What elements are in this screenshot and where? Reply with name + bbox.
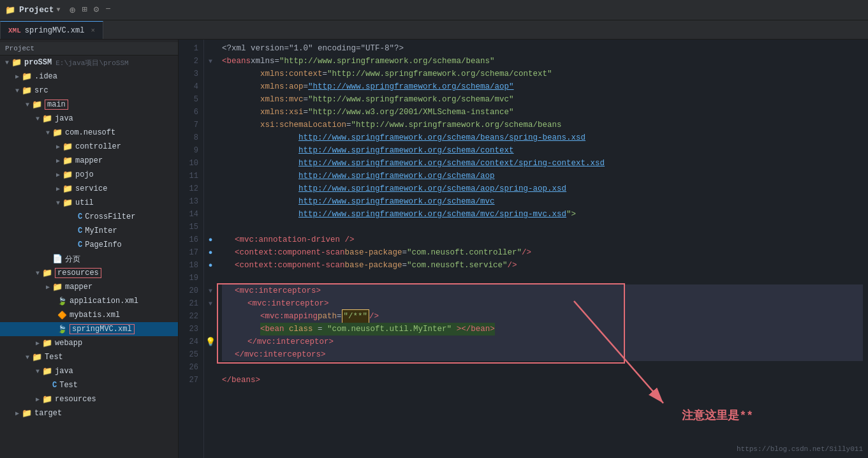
tree-item-test-class[interactable]: C Test (0, 378, 178, 392)
code-line-5: xmlns:mvc = "http://www.springframework.… (222, 93, 863, 106)
main-content: Project 📁 proSSM E:\java项目\proSSM 📁 .ide… (0, 40, 868, 458)
tab-xml-icon: XML (8, 27, 21, 34)
tree-item-crossfilter[interactable]: C CrossFilter (0, 210, 178, 224)
tree-item-target[interactable]: 📁 target (0, 406, 178, 420)
tree-item-util[interactable]: 📁 util (0, 196, 178, 210)
tree-item-test-java[interactable]: 📁 java (0, 364, 178, 378)
label-test-resources: resources (55, 395, 96, 404)
folder-icon-mapper: 📁 (63, 156, 73, 166)
folder-icon-idea: 📁 (22, 71, 32, 82)
minimize-icon[interactable]: − (105, 4, 110, 17)
tree-item-myinter[interactable]: C MyInter (0, 224, 178, 238)
tree-item-idea[interactable]: 📁 .idea (0, 70, 178, 84)
label-test-class: Test (59, 381, 78, 390)
arrow-comneusoft (43, 129, 52, 137)
arrow-idea (13, 73, 22, 80)
tree-item-mapper[interactable]: 📁 mapper (0, 154, 178, 168)
project-label: Project (19, 5, 54, 15)
tree-item-test-resources[interactable]: 📁 resources (0, 392, 178, 406)
tree-item-mapper2[interactable]: 📁 mapper (0, 280, 178, 294)
label-mybatis-xml: mybatis.xml (70, 311, 120, 320)
folder-icon-util: 📁 (63, 198, 73, 208)
title-bar-left: 📁 Project ▼ ⊕ ⊞ ⚙ − (5, 4, 111, 17)
code-line-22: <mvc:mapping path = "/**" /> (222, 310, 863, 323)
tree-item-test[interactable]: 📁 Test (0, 350, 178, 364)
folder-icon-java: 📁 (42, 114, 52, 124)
tree-item-proSSM[interactable]: 📁 proSSM E:\java项目\proSSM (0, 55, 178, 70)
label-fenye: 分页 (65, 254, 80, 265)
tree-item-service[interactable]: 📁 service (0, 182, 178, 196)
code-line-21: <mvc:interceptor> (222, 297, 863, 310)
tree-item-fenye[interactable]: 📄 分页 (0, 252, 178, 266)
code-line-8: http://www.springframework.org/schema/be… (222, 131, 863, 144)
label-resources: resources (55, 268, 101, 278)
settings-icon[interactable]: ⚙ (94, 4, 99, 17)
label-util: util (75, 198, 94, 207)
folder-icon: 📁 (5, 5, 15, 15)
arrow-resources (33, 270, 42, 277)
code-line-12: http://www.springframework.org/schema/ao… (222, 182, 863, 195)
watermark: https://blog.csdn.net/Silly011 (737, 445, 863, 453)
code-line-10: http://www.springframework.org/schema/co… (222, 157, 863, 170)
tab-label: springMVC.xml (25, 26, 85, 35)
arrow-test-resources (33, 395, 42, 403)
label-target: target (34, 409, 62, 418)
line-numbers: 1 2 3 4 5 6 7 8 9 10 11 12 13 14 15 16 1… (179, 40, 204, 458)
code-line-23: <bean class = "com.neusoft.util.MyInter"… (222, 323, 863, 336)
tab-close-button[interactable]: × (91, 27, 95, 34)
add-icon[interactable]: ⊕ (70, 4, 76, 17)
label-application-xml: application.xml (70, 297, 138, 306)
class-icon-crossfilter: C (78, 212, 82, 221)
label-test-java: java (55, 367, 73, 376)
tree-item-mybatis-xml[interactable]: 🔶 mybatis.xml (0, 308, 178, 322)
path-proSSM: E:\java项目\proSSM (55, 58, 128, 68)
folder-icon-comneusoft: 📁 (52, 128, 63, 138)
tree-item-resources[interactable]: 📁 resources (0, 266, 178, 280)
dropdown-arrow[interactable]: ▼ (57, 6, 61, 13)
arrow-main (23, 101, 32, 108)
tree-item-pojo[interactable]: 📁 pojo (0, 168, 178, 182)
arrow-controller (54, 143, 63, 151)
arrow-src (13, 87, 22, 94)
tree-item-application-xml[interactable]: 🍃 application.xml (0, 294, 178, 308)
title-icons: ⊕ ⊞ ⚙ − (70, 4, 111, 17)
code-content[interactable]: <?xml version="1.0" encoding="UTF-8"?> <… (217, 40, 868, 458)
folder-icon-target: 📁 (22, 408, 32, 418)
label-webapp: webapp (55, 339, 82, 348)
layout-icon[interactable]: ⊞ (82, 4, 87, 17)
tree-item-webapp[interactable]: 📁 webapp (0, 336, 178, 350)
label-springmvc-xml: springMVC.xml (70, 324, 135, 334)
label-proSSM: proSSM (24, 58, 52, 67)
code-line-2: <beans xmlns= "http://www.springframewor… (222, 55, 863, 68)
tree-item-springmvc-xml[interactable]: 🍃 springMVC.xml (0, 322, 178, 336)
editor-area[interactable]: 1 2 3 4 5 6 7 8 9 10 11 12 13 14 15 16 1… (179, 40, 868, 458)
label-mapper2: mapper (65, 283, 92, 292)
tree-item-java[interactable]: 📁 java (0, 112, 178, 126)
folder-icon-proSSM: 📁 (11, 57, 22, 68)
project-title: Project ▼ (19, 5, 61, 15)
class-icon-myinter: C (78, 226, 82, 235)
class-icon-test: C (52, 381, 57, 390)
arrow-mapper2 (43, 283, 52, 291)
code-line-1: <?xml version="1.0" encoding="UTF-8"?> (222, 42, 863, 55)
class-icon-pageinfo: C (78, 240, 82, 249)
tree-item-main[interactable]: 📁 main (0, 98, 178, 112)
label-comneusoft: com.neusoft (65, 128, 115, 137)
tree-item-comneusoft[interactable]: 📁 com.neusoft (0, 126, 178, 140)
folder-icon-mapper2: 📁 (52, 282, 63, 292)
gutter-icons: ▼ ● ● ● ▼ ▼ (204, 40, 217, 458)
file-icon-fenye: 📄 (52, 254, 63, 264)
line-numbers-editor: 1 2 3 4 5 6 7 8 9 10 11 12 13 14 15 16 1… (179, 40, 868, 458)
folder-icon-test-java: 📁 (42, 366, 52, 376)
folder-icon-webapp: 📁 (42, 338, 52, 348)
tree-item-pageinfo[interactable]: C PageInfo (0, 238, 178, 252)
folder-icon-test: 📁 (32, 352, 42, 362)
code-line-25: </mvc:interceptors> (222, 348, 863, 361)
arrow-java (33, 115, 42, 122)
folder-icon-main: 📁 (32, 100, 42, 110)
tree-item-src[interactable]: 📁 src (0, 84, 178, 98)
tree-item-controller[interactable]: 📁 controller (0, 140, 178, 154)
arrow-mapper (54, 157, 63, 165)
code-line-15 (222, 221, 863, 233)
tab-springmvc-xml[interactable]: XML springMVC.xml × (0, 21, 103, 39)
